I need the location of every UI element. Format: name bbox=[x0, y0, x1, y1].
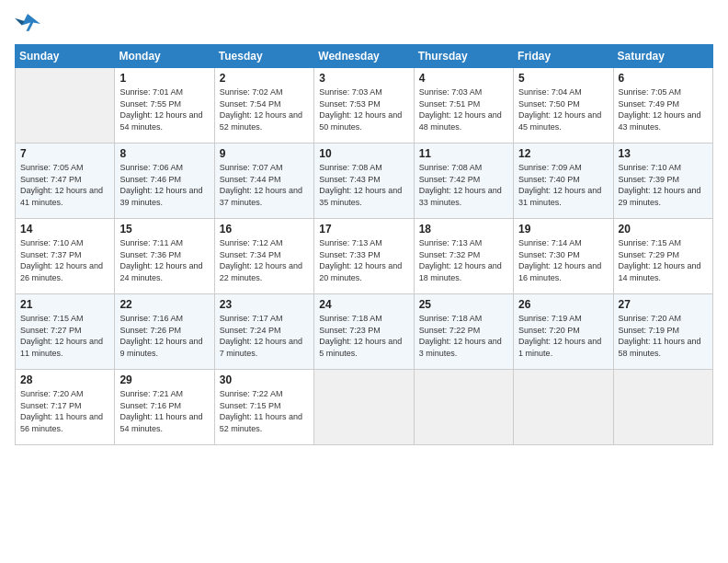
calendar-cell bbox=[16, 68, 115, 144]
day-number: 1 bbox=[119, 72, 209, 85]
day-info: Sunrise: 7:14 AMSunset: 7:30 PMDaylight:… bbox=[518, 237, 608, 283]
calendar-cell: 23Sunrise: 7:17 AMSunset: 7:24 PMDayligh… bbox=[214, 294, 313, 370]
weekday-header-sunday: Sunday bbox=[16, 45, 115, 68]
day-info: Sunrise: 7:03 AMSunset: 7:53 PMDaylight:… bbox=[319, 86, 408, 132]
weekday-header-thursday: Thursday bbox=[414, 45, 513, 68]
calendar-page: SundayMondayTuesdayWednesdayThursdayFrid… bbox=[0, 0, 728, 563]
calendar-week-row: 1Sunrise: 7:01 AMSunset: 7:55 PMDaylight… bbox=[16, 68, 713, 144]
day-number: 26 bbox=[518, 298, 608, 311]
day-info: Sunrise: 7:22 AMSunset: 7:15 PMDaylight:… bbox=[220, 388, 309, 434]
calendar-cell: 7Sunrise: 7:05 AMSunset: 7:47 PMDaylight… bbox=[16, 144, 115, 219]
day-info: Sunrise: 7:13 AMSunset: 7:33 PMDaylight:… bbox=[319, 237, 408, 283]
calendar-cell: 27Sunrise: 7:20 AMSunset: 7:19 PMDayligh… bbox=[613, 294, 712, 370]
day-number: 11 bbox=[419, 147, 508, 160]
day-number: 16 bbox=[220, 223, 309, 236]
day-info: Sunrise: 7:20 AMSunset: 7:19 PMDaylight:… bbox=[619, 313, 708, 359]
day-info: Sunrise: 7:16 AMSunset: 7:26 PMDaylight:… bbox=[119, 313, 209, 359]
logo-bird-icon bbox=[15, 11, 40, 37]
day-info: Sunrise: 7:10 AMSunset: 7:37 PMDaylight:… bbox=[20, 237, 109, 283]
calendar-cell: 5Sunrise: 7:04 AMSunset: 7:50 PMDaylight… bbox=[514, 68, 613, 144]
day-number: 7 bbox=[20, 147, 109, 160]
calendar-cell: 9Sunrise: 7:07 AMSunset: 7:44 PMDaylight… bbox=[214, 144, 313, 219]
day-info: Sunrise: 7:05 AMSunset: 7:49 PMDaylight:… bbox=[619, 86, 708, 132]
day-info: Sunrise: 7:10 AMSunset: 7:39 PMDaylight:… bbox=[619, 162, 708, 208]
calendar-cell: 14Sunrise: 7:10 AMSunset: 7:37 PMDayligh… bbox=[16, 219, 115, 294]
day-number: 21 bbox=[20, 298, 109, 311]
day-number: 28 bbox=[20, 373, 109, 386]
day-number: 8 bbox=[119, 147, 209, 160]
day-number: 19 bbox=[518, 223, 608, 236]
calendar-week-row: 21Sunrise: 7:15 AMSunset: 7:27 PMDayligh… bbox=[16, 294, 713, 370]
calendar-cell bbox=[613, 370, 712, 445]
calendar-cell: 4Sunrise: 7:03 AMSunset: 7:51 PMDaylight… bbox=[414, 68, 513, 144]
day-info: Sunrise: 7:09 AMSunset: 7:40 PMDaylight:… bbox=[518, 162, 608, 208]
day-number: 25 bbox=[419, 298, 508, 311]
day-info: Sunrise: 7:15 AMSunset: 7:29 PMDaylight:… bbox=[619, 237, 708, 283]
day-number: 13 bbox=[619, 147, 708, 160]
day-info: Sunrise: 7:17 AMSunset: 7:24 PMDaylight:… bbox=[220, 313, 309, 359]
day-info: Sunrise: 7:21 AMSunset: 7:16 PMDaylight:… bbox=[119, 388, 209, 434]
day-number: 20 bbox=[619, 223, 708, 236]
calendar-cell: 26Sunrise: 7:19 AMSunset: 7:20 PMDayligh… bbox=[514, 294, 613, 370]
weekday-header-row: SundayMondayTuesdayWednesdayThursdayFrid… bbox=[16, 45, 713, 68]
calendar-cell bbox=[514, 370, 613, 445]
page-header bbox=[15, 11, 713, 37]
calendar-cell: 11Sunrise: 7:08 AMSunset: 7:42 PMDayligh… bbox=[414, 144, 513, 219]
day-info: Sunrise: 7:07 AMSunset: 7:44 PMDaylight:… bbox=[220, 162, 309, 208]
day-info: Sunrise: 7:12 AMSunset: 7:34 PMDaylight:… bbox=[220, 237, 309, 283]
day-number: 24 bbox=[319, 298, 408, 311]
day-number: 17 bbox=[319, 223, 408, 236]
day-info: Sunrise: 7:01 AMSunset: 7:55 PMDaylight:… bbox=[119, 86, 209, 132]
weekday-header-saturday: Saturday bbox=[613, 45, 712, 68]
day-number: 22 bbox=[119, 298, 209, 311]
day-number: 5 bbox=[518, 72, 608, 85]
calendar-cell: 16Sunrise: 7:12 AMSunset: 7:34 PMDayligh… bbox=[214, 219, 313, 294]
day-info: Sunrise: 7:18 AMSunset: 7:23 PMDaylight:… bbox=[319, 313, 408, 359]
svg-marker-0 bbox=[22, 14, 40, 31]
day-number: 15 bbox=[119, 223, 209, 236]
calendar-cell: 6Sunrise: 7:05 AMSunset: 7:49 PMDaylight… bbox=[613, 68, 712, 144]
calendar-cell: 20Sunrise: 7:15 AMSunset: 7:29 PMDayligh… bbox=[613, 219, 712, 294]
day-info: Sunrise: 7:08 AMSunset: 7:43 PMDaylight:… bbox=[319, 162, 408, 208]
calendar-cell: 12Sunrise: 7:09 AMSunset: 7:40 PMDayligh… bbox=[514, 144, 613, 219]
logo bbox=[15, 11, 44, 37]
day-number: 9 bbox=[220, 147, 309, 160]
day-number: 12 bbox=[518, 147, 608, 160]
day-number: 3 bbox=[319, 72, 408, 85]
calendar-cell: 29Sunrise: 7:21 AMSunset: 7:16 PMDayligh… bbox=[115, 370, 214, 445]
weekday-header-monday: Monday bbox=[115, 45, 214, 68]
calendar-table: SundayMondayTuesdayWednesdayThursdayFrid… bbox=[15, 44, 713, 445]
day-info: Sunrise: 7:02 AMSunset: 7:54 PMDaylight:… bbox=[220, 86, 309, 132]
day-number: 6 bbox=[619, 72, 708, 85]
calendar-cell: 24Sunrise: 7:18 AMSunset: 7:23 PMDayligh… bbox=[314, 294, 414, 370]
day-number: 27 bbox=[619, 298, 708, 311]
day-info: Sunrise: 7:11 AMSunset: 7:36 PMDaylight:… bbox=[119, 237, 209, 283]
day-info: Sunrise: 7:19 AMSunset: 7:20 PMDaylight:… bbox=[518, 313, 608, 359]
calendar-cell: 3Sunrise: 7:03 AMSunset: 7:53 PMDaylight… bbox=[314, 68, 414, 144]
day-number: 2 bbox=[220, 72, 309, 85]
day-number: 4 bbox=[419, 72, 508, 85]
calendar-week-row: 28Sunrise: 7:20 AMSunset: 7:17 PMDayligh… bbox=[16, 370, 713, 445]
day-info: Sunrise: 7:08 AMSunset: 7:42 PMDaylight:… bbox=[419, 162, 508, 208]
weekday-header-wednesday: Wednesday bbox=[314, 45, 414, 68]
calendar-cell: 8Sunrise: 7:06 AMSunset: 7:46 PMDaylight… bbox=[115, 144, 214, 219]
calendar-cell: 19Sunrise: 7:14 AMSunset: 7:30 PMDayligh… bbox=[514, 219, 613, 294]
day-number: 10 bbox=[319, 147, 408, 160]
day-number: 23 bbox=[220, 298, 309, 311]
calendar-week-row: 14Sunrise: 7:10 AMSunset: 7:37 PMDayligh… bbox=[16, 219, 713, 294]
day-number: 18 bbox=[419, 223, 508, 236]
calendar-cell: 1Sunrise: 7:01 AMSunset: 7:55 PMDaylight… bbox=[115, 68, 214, 144]
day-info: Sunrise: 7:06 AMSunset: 7:46 PMDaylight:… bbox=[119, 162, 209, 208]
calendar-cell: 21Sunrise: 7:15 AMSunset: 7:27 PMDayligh… bbox=[16, 294, 115, 370]
calendar-cell: 22Sunrise: 7:16 AMSunset: 7:26 PMDayligh… bbox=[115, 294, 214, 370]
day-number: 14 bbox=[20, 223, 109, 236]
calendar-cell: 13Sunrise: 7:10 AMSunset: 7:39 PMDayligh… bbox=[613, 144, 712, 219]
day-info: Sunrise: 7:13 AMSunset: 7:32 PMDaylight:… bbox=[419, 237, 508, 283]
calendar-cell: 10Sunrise: 7:08 AMSunset: 7:43 PMDayligh… bbox=[314, 144, 414, 219]
day-info: Sunrise: 7:04 AMSunset: 7:50 PMDaylight:… bbox=[518, 86, 608, 132]
day-number: 30 bbox=[220, 373, 309, 386]
calendar-cell: 25Sunrise: 7:18 AMSunset: 7:22 PMDayligh… bbox=[414, 294, 513, 370]
day-info: Sunrise: 7:05 AMSunset: 7:47 PMDaylight:… bbox=[20, 162, 109, 208]
calendar-cell bbox=[314, 370, 414, 445]
day-number: 29 bbox=[119, 373, 209, 386]
